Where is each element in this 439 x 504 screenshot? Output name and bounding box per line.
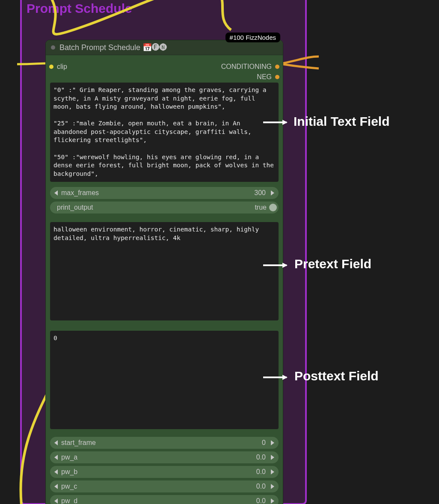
decrement-icon[interactable] — [54, 440, 58, 445]
annotation-arrow-icon — [263, 377, 287, 378]
pw-b-widget[interactable]: pw_b 0.0 — [50, 466, 279, 478]
pw-c-widget[interactable]: pw_c 0.0 — [50, 480, 279, 492]
widget-value: true — [255, 204, 267, 211]
group-title: Prompt Schedule — [27, 1, 132, 16]
increment-icon[interactable] — [271, 498, 274, 504]
output-port-neg[interactable]: NEG — [257, 73, 279, 81]
print-output-toggle[interactable]: print_output true — [50, 202, 279, 213]
increment-icon[interactable] — [271, 484, 274, 489]
widget-label: start_frame — [61, 439, 96, 447]
node-body: max_frames 300 print_output true start_f… — [46, 83, 283, 504]
decrement-icon[interactable] — [54, 469, 58, 474]
annotation-arrow-icon — [263, 122, 287, 123]
output-port-label: NEG — [257, 73, 272, 81]
output-port-conditioning[interactable]: CONDITIONING — [221, 63, 279, 71]
pretext-textarea[interactable] — [50, 222, 279, 320]
annotation-pretext: Pretext Field — [294, 257, 371, 271]
start-frame-widget[interactable]: start_frame 0 — [50, 437, 279, 449]
widget-value[interactable]: 0.0 — [256, 468, 266, 476]
widget-label: max_frames — [61, 189, 99, 197]
increment-icon[interactable] — [271, 440, 274, 445]
widget-label: pw_b — [61, 468, 77, 476]
annotation-arrow-icon — [263, 264, 287, 266]
output-port-label: CONDITIONING — [221, 63, 272, 71]
widget-label: pw_c — [61, 483, 77, 490]
input-port-label: clip — [57, 63, 67, 71]
widget-value[interactable]: 0.0 — [256, 454, 266, 461]
widget-label: pw_d — [61, 497, 77, 504]
increment-icon[interactable] — [271, 455, 274, 460]
increment-icon[interactable] — [271, 469, 274, 474]
node-title: Batch Prompt Schedule 📅🅕🅝 — [59, 43, 167, 52]
port-dot-icon — [275, 65, 279, 69]
collapse-dot-icon[interactable] — [51, 45, 55, 50]
decrement-icon[interactable] — [54, 190, 58, 196]
widget-label: pw_a — [61, 454, 77, 461]
widget-value[interactable]: 300 — [254, 189, 266, 197]
annotation-initial: Initial Text Field — [294, 114, 389, 129]
pw-d-widget[interactable]: pw_d 0.0 — [50, 495, 279, 504]
annotation-posttext: Posttext Field — [294, 369, 379, 383]
pw-a-widget[interactable]: pw_a 0.0 — [50, 451, 279, 463]
max-frames-widget[interactable]: max_frames 300 — [50, 187, 279, 199]
toggle-knob-icon[interactable] — [269, 204, 277, 211]
input-port-clip[interactable]: clip — [49, 63, 67, 71]
node-titlebar[interactable]: Batch Prompt Schedule 📅🅕🅝 — [46, 40, 283, 55]
increment-icon[interactable] — [271, 190, 274, 196]
decrement-icon[interactable] — [54, 484, 58, 489]
decrement-icon[interactable] — [54, 498, 58, 504]
node-badge: #100 FizzNodes — [225, 33, 280, 42]
widget-value[interactable]: 0 — [262, 439, 266, 447]
widget-value[interactable]: 0.0 — [256, 483, 266, 490]
prompt-schedule-textarea[interactable] — [50, 83, 279, 182]
decrement-icon[interactable] — [54, 455, 58, 460]
port-dot-icon — [275, 75, 279, 79]
widget-label: print_output — [57, 204, 93, 211]
posttext-textarea[interactable] — [50, 331, 279, 429]
node-ports: clip CONDITIONING NEG — [46, 55, 283, 83]
widget-value[interactable]: 0.0 — [256, 497, 266, 504]
port-dot-icon — [49, 65, 53, 69]
batch-prompt-schedule-node[interactable]: #100 FizzNodes Batch Prompt Schedule 📅🅕🅝… — [45, 40, 283, 504]
